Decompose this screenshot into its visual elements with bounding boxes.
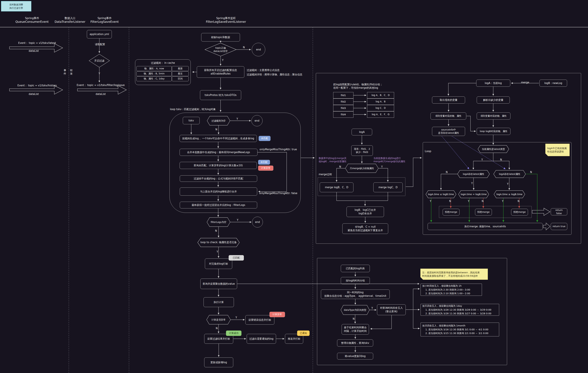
log-group-cell: log C、D: [367, 105, 394, 111]
badge-notified: 已通知: [297, 331, 310, 336]
rules-empty-decision: 过滤规则为空: [207, 116, 230, 125]
group-by-time-node: 按log的时间分组: [341, 277, 370, 284]
decision-yes-label: Y: [221, 58, 224, 62]
time-eq-decision: logA.time = logB.time: [459, 191, 489, 198]
time-eq-yes: Y: [467, 199, 470, 203]
convert-dto-node: tskvProtos 转为 tskvDTOs: [200, 90, 241, 100]
interval-type-decision: dataType为区间类型: [341, 305, 369, 315]
cache-row-value: 最近: [172, 71, 189, 76]
filterlogs-empty-decision: filterLogs为空: [207, 218, 230, 227]
lane-header-listener: Spring事件监听 FilterLogSaveEventListener: [194, 15, 258, 25]
loga-state-node: 现有：fild1、2 缺少：fild3: [351, 145, 373, 156]
badge-unmatched: 未匹配: [259, 136, 271, 141]
round-hour-example: 按小时四舍五入，假设聚合间隔为 1h 1. 若当前时间为 2:30 则查询 2:…: [420, 284, 482, 296]
topic-valid-decision: topic正确 dataList非空: [205, 43, 236, 56]
matched-list-node: 已匹配的log列表: [341, 265, 370, 272]
event-save-label: Event： topic = v1/tskv/filter/log/save: [74, 83, 128, 87]
fild-cell: fild1: [333, 92, 353, 98]
merge-group-desc: 把log按照配置(ruleId)、物属性(fild)分组； 在同一配置下，寻找待…: [333, 82, 406, 91]
read-config-label: 读取配置: [92, 42, 108, 46]
time-le-no: N: [449, 199, 452, 203]
merge-miss-node: merge logC、D: [373, 182, 403, 192]
only-miss-decision: 只merge缺少的物属性: [345, 164, 378, 173]
time-ge-decision: logA.time ≥ logB.time: [494, 191, 525, 198]
loop-note: logA中已有的物属性也适用该逻辑: [545, 144, 570, 156]
cache-row-key: 物、属性：B, 5min: [136, 71, 172, 76]
badge-calc-error: 计算异常: [270, 312, 285, 317]
event-latest-label: Event： topic = v1/tskv/latest: [10, 41, 64, 45]
event-latest-payload: dataList: [20, 49, 47, 53]
rules-empty-yes: Y: [236, 117, 239, 121]
diagram-title-badge: 实时数据消费 执行过滤引擎: [1, 1, 31, 11]
calc-start-time-node: 基于结束时间和聚合 间隔，计算开始时间: [342, 324, 369, 335]
forward-label-forward: 转 发: [70, 68, 73, 76]
between-note: 注：底层按时间范围查询使用的是between，因此结束 时间就直接取临界值了，不…: [420, 269, 488, 280]
badge-unmatched: 未匹配: [258, 160, 270, 165]
loop-label: Loop: [425, 149, 437, 154]
logb-new-node: logB：newLog: [539, 80, 567, 87]
latest-type-yes: Y: [481, 158, 484, 162]
filterlogs-empty-no: N: [214, 229, 218, 233]
round-time-node: 对查询时间四舍五入 (整点查询): [377, 304, 406, 315]
latest-type-decision: 当前属性是latest类型: [478, 145, 509, 153]
cache-title: 过滤规则： in cache: [137, 61, 189, 65]
gate-yes-label: Y: [98, 72, 101, 75]
loop-logb-node: loop logB对应的物、属性: [477, 128, 510, 135]
loga-current-node: logA：当前log: [476, 80, 510, 87]
has-latest-right-no: N: [529, 170, 533, 174]
reject-merge-node: 拒绝merge: [511, 209, 528, 216]
only-miss-no: N: [339, 165, 342, 169]
loga-node: logA: [352, 129, 372, 135]
upsert-log-node: 更新或新增log: [204, 357, 233, 367]
take-vars-node: 取出现有的变量: [432, 96, 465, 104]
lane1-type: Spring事件: [25, 17, 39, 20]
note-db-merge: 数据库中的log去merge其 他log时，merge全部属性: [319, 156, 352, 164]
parse-missing-node: 解析出缺少的变量: [477, 96, 510, 104]
rules-empty-no: N: [215, 128, 218, 131]
loga-has-latest-decision: logA存在latest属性: [494, 170, 525, 178]
merge-more-node: 与上面合并后的log继续进行合并: [180, 187, 257, 196]
collect-query-node: 整理出物属性，查询tskv: [337, 340, 373, 347]
cache-row-value: 最新: [172, 66, 189, 71]
forward-label-event: 事 件: [63, 68, 67, 76]
merge-all-node: merge logB、C、D: [320, 182, 353, 192]
log-group-cell: log A、B: [367, 98, 394, 105]
run-calc-node: 执行计算: [204, 297, 234, 307]
badge-calc-error: 计算异常: [258, 166, 273, 171]
get-thing-attr-node: 得到变量对应的物、属性: [430, 113, 466, 120]
event-history-label: Event： topic = v1/tskv/history: [10, 83, 64, 88]
has-latest-left-yes: Y: [471, 181, 473, 185]
round-day-example: 按天四舍五入，假设聚合间隔为 1day 1. 若当前时间为 3/28 12:30…: [420, 304, 499, 316]
fild-cell: fild2: [333, 98, 353, 105]
application-yml-node: application.yml: [87, 30, 112, 38]
mark-complete-node: 对完备的log打标: [205, 259, 232, 269]
calc-error-no: N: [215, 326, 218, 330]
note-current-merge: 当前批数据生成的log进行 merge时只merge缺失的属性: [374, 156, 410, 164]
reject-merge-node: 拒绝merge: [443, 209, 460, 216]
lane1-name: QueueConsumerEvent: [16, 20, 49, 23]
has-latest-left-no: N: [445, 170, 448, 174]
calc-error-yes: Y: [235, 316, 238, 319]
end-node: end: [252, 115, 262, 126]
filterlogs-empty-yes: Y: [236, 218, 239, 222]
only-miss-yes: Y: [380, 165, 383, 169]
calc-error-decision: 计算是否异常: [207, 315, 231, 324]
sourceinfo-node: sourceInfo中 是否存在latest属性: [432, 127, 465, 136]
loop-check-decision: loop to check: 物属性是否完备: [198, 238, 240, 247]
reject-merge-node: 拒绝merge: [475, 209, 492, 216]
set-agg-value-node: 查询并设置聚合数据的value: [200, 279, 237, 289]
lane4-name: FilterLogSaveEventListener: [206, 20, 246, 23]
only-merge-false-note: onlyMergeMissThingAttr: false: [259, 191, 306, 195]
has-latest-right-yes: Y: [506, 182, 509, 186]
lane2-name: DataTransferListener: [55, 20, 85, 23]
merged-state-node: logB、logC已合并 logD未合并: [346, 207, 384, 217]
get-enabled-rules-node: 获取所有开启过滤的配置信息 allEnabledRules: [197, 66, 244, 78]
lane2-type: 数据入口: [64, 17, 75, 20]
enable-filter-decision: 开启过滤: [89, 54, 110, 67]
lane3-type: Spring事件: [97, 17, 112, 20]
fild-cell: fild3: [333, 105, 353, 111]
badge-calc-ok: 计算成功: [226, 331, 242, 336]
final-logs-node: 最终获得一批经过层层合并后的log：filterLogs: [180, 202, 257, 208]
group-by-agg-node: 同一时间的log 按聚合信息分组：aggType、 aggInterval、ti…: [321, 290, 390, 299]
time-le-decision: logA.time ≤ logB.time: [426, 191, 456, 198]
